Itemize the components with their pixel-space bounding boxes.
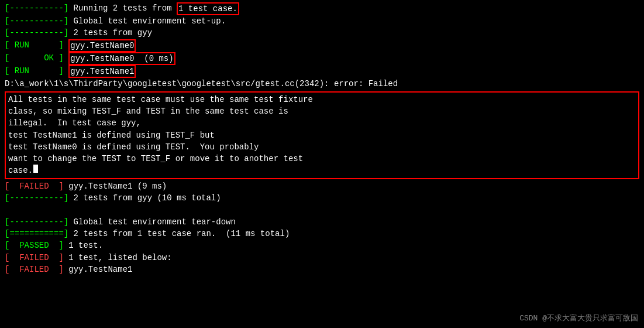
cursor xyxy=(33,165,38,173)
error-line-6: want to change the TEST to TEST_F or mov… xyxy=(8,153,636,165)
separator-4: [-----------] xyxy=(5,192,68,204)
testname0-ok-highlight: gyy.TestName0 (0 ms) xyxy=(68,52,175,65)
testname0-highlight: gyy.TestName0 xyxy=(68,39,136,52)
line-run-testname1: [ RUN ] gyy.TestName1 xyxy=(5,65,639,78)
error-line-7: case. xyxy=(8,165,636,176)
error-line-2: class, so mixing TEST_F and TEST in the … xyxy=(8,105,636,117)
failed-name-text: gyy.TestName1 xyxy=(64,264,133,275)
badge-passed: [ PASSED ] xyxy=(5,240,64,251)
error-line-3: illegal. In test case gyy, xyxy=(8,117,636,129)
badge-failed-2: [ FAILED ] xyxy=(5,252,64,264)
separator-5: [-----------] xyxy=(5,216,68,228)
line-teardown: [-----------] Global test environment te… xyxy=(5,216,639,228)
line-tests-total: [-----------] 2 tests from gyy (10 ms to… xyxy=(5,192,639,204)
ok-label xyxy=(64,52,68,64)
line-failed-listed: [ FAILED ] 1 test, listed below: xyxy=(5,252,639,264)
badge-failed-3: [ FAILED ] xyxy=(5,264,64,275)
line-passed: [ PASSED ] 1 test. xyxy=(5,240,639,251)
line-summary: [===========] 2 tests from 1 test case r… xyxy=(5,228,639,240)
line-failed-name: [ FAILED ] gyy.TestName1 xyxy=(5,264,639,275)
line-global-setup: [-----------] Global test environment se… xyxy=(5,15,639,27)
badge-ok-0: [ OK ] xyxy=(5,52,64,64)
tests-from-text: 2 tests from gyy xyxy=(68,27,152,39)
badge-run-1: [ RUN ] xyxy=(5,65,64,77)
failed-listed-text: 1 test, listed below: xyxy=(64,252,172,264)
error-line-4: test TestName1 is defined using TEST_F b… xyxy=(8,129,636,141)
line-running: [-----------] Running 2 tests from 1 tes… xyxy=(5,2,639,15)
terminal: [-----------] Running 2 tests from 1 tes… xyxy=(0,0,644,328)
separator-1: [-----------] xyxy=(5,2,68,14)
error-line-5: test TestName0 is defined using TEST. Yo… xyxy=(8,141,636,153)
global-setup-text: Global test environment set-up. xyxy=(68,15,226,27)
line-blank-1 xyxy=(5,204,639,216)
line-ok-testname0: [ OK ] gyy.TestName0 (0 ms) xyxy=(5,52,639,65)
separator-3: [-----------] xyxy=(5,27,68,39)
run1-label xyxy=(64,65,68,77)
badge-failed-1: [ FAILED ] xyxy=(5,180,64,192)
separator-2: [-----------] xyxy=(5,15,68,27)
error-path-text: D:\a_work\1\s\ThirdParty\googletest\goog… xyxy=(5,78,398,90)
line-run-testname0: [ RUN ] gyy.TestName0 xyxy=(5,39,639,52)
failed-text: gyy.TestName1 (9 ms) xyxy=(64,180,167,192)
test-case-highlight: 1 test case. xyxy=(177,2,239,15)
separator-equals: [===========] xyxy=(5,228,68,240)
badge-run-0: [ RUN ] xyxy=(5,39,64,51)
testname1-highlight: gyy.TestName1 xyxy=(68,65,136,78)
running-text: Running 2 tests from xyxy=(68,2,177,14)
watermark: CSDN @不求大富大贵只求富可敌国 xyxy=(519,313,638,323)
line-failed-testname1: [ FAILED ] gyy.TestName1 (9 ms) xyxy=(5,180,639,192)
tests-total-text: 2 tests from gyy (10 ms total) xyxy=(68,192,221,204)
line-error-path: D:\a_work\1\s\ThirdParty\googletest\goog… xyxy=(5,78,639,90)
teardown-text: Global test environment tear-down xyxy=(68,216,236,228)
summary-text: 2 tests from 1 test case ran. (11 ms tot… xyxy=(68,228,290,240)
error-line-1: All tests in the same test case must use… xyxy=(8,94,636,105)
error-block: All tests in the same test case must use… xyxy=(5,91,639,179)
passed-text: 1 test. xyxy=(64,240,103,251)
run-label xyxy=(64,39,68,51)
line-tests-from: [-----------] 2 tests from gyy xyxy=(5,27,639,39)
